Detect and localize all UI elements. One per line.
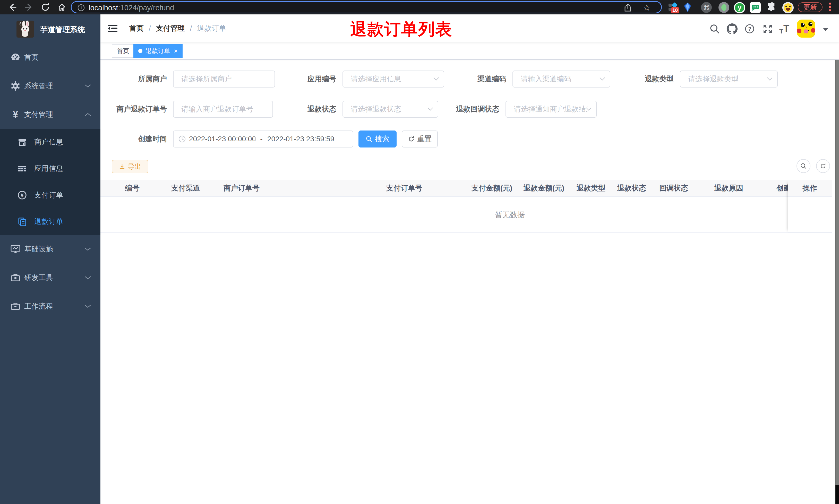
refund-type-select[interactable] (680, 71, 778, 88)
merchant-input-field[interactable] (174, 71, 274, 87)
extensions-puzzle-icon[interactable] (766, 2, 776, 12)
table-header: 编号 支付渠道 商户订单号 支付订单号 支付金额(元) 退款金额(元) 退款类型… (101, 180, 832, 197)
date-end-value[interactable]: 2022-01-23 23:59:59 (267, 135, 334, 143)
export-button[interactable]: 导出 (112, 160, 148, 173)
refund-doc-icon (17, 216, 27, 227)
filter-label: 所属商户 (133, 74, 167, 84)
filter-label: 退款类型 (640, 74, 674, 84)
url-text[interactable]: localhost:1024/pay/refund (89, 4, 174, 12)
url-host: localhost (89, 4, 118, 12)
refresh-list-button[interactable] (816, 159, 830, 173)
tag-refund-order[interactable]: 退款订单 × (133, 44, 183, 58)
notify-status-select[interactable] (505, 101, 597, 118)
col-header: 支付订单号 (386, 180, 422, 196)
download-icon (119, 163, 125, 169)
browser-forward-icon[interactable] (24, 2, 34, 12)
sidebar-item-pay[interactable]: ¥ 支付管理 (0, 100, 101, 129)
sidebar-collapse-icon[interactable] (107, 23, 119, 34)
channel-code-select[interactable] (513, 71, 610, 88)
breadcrumb-pay[interactable]: 支付管理 (156, 23, 185, 33)
sidebar-item-label: 退款订单 (34, 217, 63, 227)
sidebar-logo-row[interactable]: 芋道管理系统 (0, 21, 101, 39)
sidebar-item-infra[interactable]: 基础设施 (0, 235, 101, 263)
grid-icon (17, 163, 27, 174)
browser-reload-icon[interactable] (40, 2, 51, 12)
refund-type-field[interactable] (680, 71, 777, 87)
browser-home-icon[interactable] (57, 2, 67, 12)
browser-menu-icon[interactable]: ••• (828, 2, 832, 12)
col-header: 退款原因 (714, 180, 743, 196)
filter-label: 创建时间 (133, 134, 167, 144)
extension-badge: 10 (671, 7, 679, 13)
refund-status-field[interactable] (343, 101, 438, 117)
fullscreen-icon[interactable] (762, 23, 773, 35)
app-title: 芋道管理系统 (40, 25, 85, 35)
svg-text:¥: ¥ (21, 193, 24, 198)
browser-update-button[interactable]: 更新 (798, 2, 822, 12)
font-size-icon[interactable]: TT (779, 23, 790, 35)
reset-button[interactable]: 重置 (402, 130, 438, 147)
avatar-caret-icon[interactable] (823, 28, 828, 31)
breadcrumb-current: 退款订单 (197, 23, 226, 33)
chevron-down-icon (85, 304, 91, 308)
sidebar-item-label: 应用信息 (34, 164, 63, 174)
extension-dot-icon[interactable] (718, 2, 729, 13)
filter-label: 应用编号 (303, 74, 336, 84)
extension-y-icon[interactable]: y (734, 2, 745, 13)
extension-command-icon[interactable]: ⌘ (701, 2, 712, 13)
sidebar-item-app-info[interactable]: 应用信息 (0, 155, 101, 182)
sidebar-item-refund-order[interactable]: 退款订单 (0, 208, 101, 235)
bookmark-star-icon[interactable]: ☆ (643, 2, 651, 13)
extension-chat-icon[interactable] (750, 2, 761, 13)
refund-status-select[interactable] (342, 101, 438, 118)
tag-close-icon[interactable]: × (174, 48, 178, 54)
create-time-range-picker[interactable]: 2022-01-23 00:00:00 - 2022-01-23 23:59:5… (173, 130, 353, 147)
col-header-action: 操作 (788, 180, 832, 197)
extension-tab-manager-icon[interactable]: 10 (667, 2, 678, 12)
export-button-label: 导出 (128, 162, 141, 171)
sidebar-item-label: 研发工具 (24, 273, 53, 283)
tag-label: 首页 (117, 47, 129, 55)
merchant-input[interactable] (173, 71, 275, 88)
main-area: 首页 / 支付管理 / 退款订单 退款订单列表 ? TT (101, 14, 839, 504)
yen-icon: ¥ (10, 109, 21, 120)
date-start-value[interactable]: 2022-01-23 00:00:00 (189, 135, 255, 143)
share-icon[interactable] (623, 3, 632, 12)
extension-gem-icon[interactable] (682, 2, 693, 12)
notify-status-field[interactable] (506, 101, 596, 117)
sidebar-item-devtools[interactable]: 研发工具 (0, 263, 101, 292)
sidebar: 芋道管理系统 首页 系统管理 ¥ 支付管理 (0, 14, 101, 504)
github-icon[interactable] (727, 23, 738, 35)
page-scrollbar[interactable] (835, 14, 839, 485)
col-header: 支付渠道 (171, 180, 200, 196)
app-select[interactable] (342, 71, 444, 88)
search-button[interactable]: 搜索 (358, 130, 397, 147)
sidebar-item-label: 支付订单 (34, 190, 63, 200)
sidebar-item-label: 基础设施 (24, 244, 53, 254)
breadcrumb-separator: / (149, 24, 151, 32)
channel-code-field[interactable] (513, 71, 610, 87)
profile-avatar-icon[interactable] (782, 2, 794, 13)
user-avatar[interactable] (797, 20, 815, 38)
merchant-refund-no-field[interactable] (174, 101, 272, 117)
tag-home[interactable]: 首页 (112, 44, 134, 58)
page-scrollbar-end (835, 485, 839, 504)
sidebar-item-home[interactable]: 首页 (0, 43, 101, 72)
reset-button-label: 重置 (417, 134, 432, 144)
sidebar-item-merchant-info[interactable]: 商户信息 (0, 129, 101, 155)
filter-label: 退款回调状态 (455, 104, 499, 114)
browser-back-icon[interactable] (7, 2, 18, 12)
sidebar-item-workflow[interactable]: 工作流程 (0, 292, 101, 321)
header-search-icon[interactable] (709, 23, 720, 35)
address-bar[interactable]: localhost:1024/pay/refund ☆ (71, 1, 662, 13)
app-select-field[interactable] (343, 71, 444, 87)
navbar: 首页 / 支付管理 / 退款订单 退款订单列表 ? TT (101, 14, 839, 42)
merchant-refund-no-input[interactable] (173, 101, 273, 118)
sidebar-item-pay-order[interactable]: ¥ 支付订单 (0, 182, 101, 208)
show-search-toggle-button[interactable] (797, 159, 810, 173)
site-info-icon[interactable] (77, 4, 85, 12)
help-icon[interactable]: ? (744, 23, 755, 35)
breadcrumb-home[interactable]: 首页 (129, 23, 144, 33)
chevron-down-icon (85, 276, 91, 280)
sidebar-item-system[interactable]: 系统管理 (0, 72, 101, 100)
